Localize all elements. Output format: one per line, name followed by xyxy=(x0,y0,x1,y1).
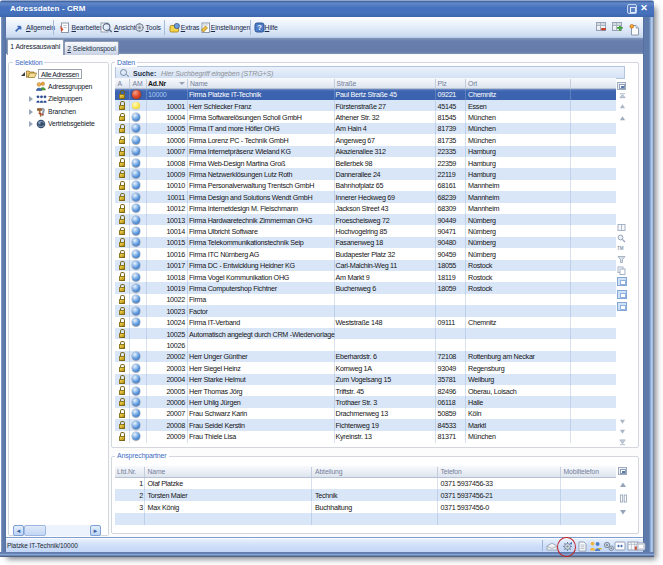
svg-text:?: ? xyxy=(257,23,262,32)
